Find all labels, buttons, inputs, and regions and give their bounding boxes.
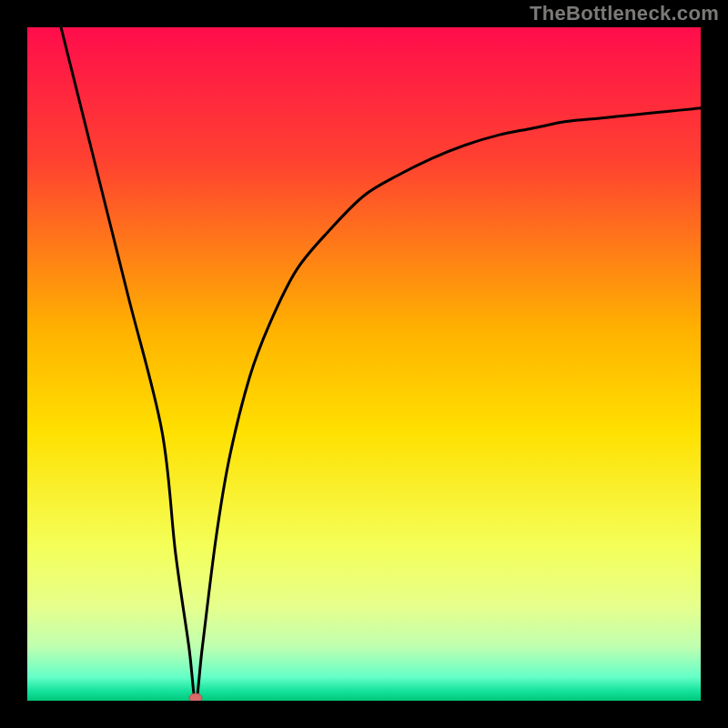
watermark-text: TheBottleneck.com xyxy=(530,2,719,25)
minimum-marker xyxy=(189,693,202,701)
chart-svg xyxy=(27,27,701,701)
chart-frame: TheBottleneck.com xyxy=(0,0,728,728)
gradient-background xyxy=(27,27,701,701)
